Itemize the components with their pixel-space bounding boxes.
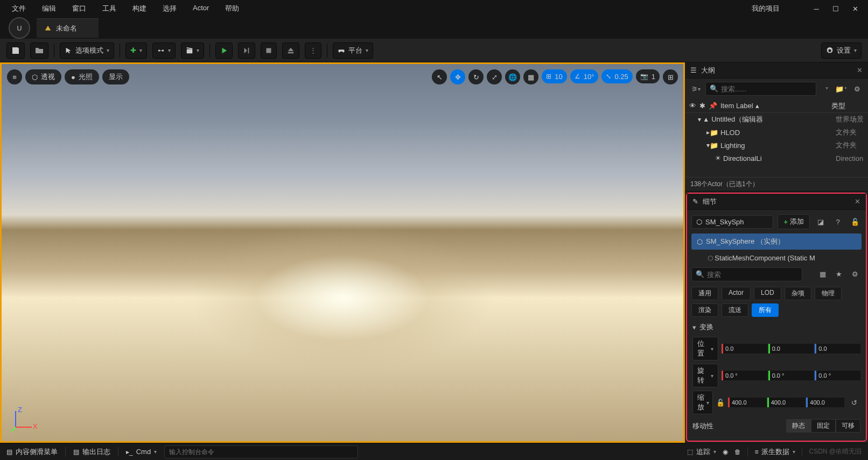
tree-row[interactable]: ▸ 📁 HLOD文件夹 xyxy=(685,126,868,139)
type-column[interactable]: 类型 xyxy=(831,101,864,111)
scale-snap[interactable]: ⤡ 0.25 xyxy=(601,69,632,83)
coordinate-space[interactable]: 🌐 xyxy=(505,69,520,84)
location-label[interactable]: 位置▾ xyxy=(692,337,718,360)
rotation-label[interactable]: 旋转▾ xyxy=(692,364,718,387)
pin-icon[interactable]: 📌 xyxy=(709,102,717,110)
platform-button[interactable]: 平台 ▾ xyxy=(333,43,373,59)
show-button[interactable]: 显示 xyxy=(102,69,129,84)
add-component-button[interactable]: +添加 xyxy=(778,214,810,229)
menu-Actor[interactable]: Actor xyxy=(185,1,216,17)
star-icon[interactable]: ✱ xyxy=(699,102,705,110)
add-folder-button[interactable]: 📁⁺ xyxy=(835,82,848,95)
content-drawer-button[interactable]: ▤ 内容侧滑菜单 xyxy=(6,447,58,457)
lock-scale-button[interactable]: 🔓 xyxy=(716,396,725,409)
add-content-button[interactable]: ✚▾ xyxy=(125,43,147,59)
translate-tool[interactable]: ✥ xyxy=(450,69,465,84)
scale-z[interactable]: 400.0 xyxy=(806,398,844,407)
filter-所有[interactable]: 所有 xyxy=(752,303,779,317)
angle-snap[interactable]: ∠ 10° xyxy=(570,69,599,83)
outliner-header[interactable]: ☰ 大纲 ✕ xyxy=(685,62,868,79)
rotation-z[interactable]: 0.0 ° xyxy=(815,371,860,380)
trash-button[interactable]: 🗑 xyxy=(734,448,741,456)
location-z[interactable]: 0.0 xyxy=(815,344,860,353)
mobility-静态[interactable]: 静态 xyxy=(786,419,811,433)
menu-帮助[interactable]: 帮助 xyxy=(218,1,247,17)
blueprint-button[interactable]: ▾ xyxy=(152,43,176,59)
filter-Actor[interactable]: Actor xyxy=(722,287,751,300)
cinematics-button[interactable]: ▾ xyxy=(181,43,204,59)
component-child[interactable]: ⬡ StaticMeshComponent (Static M xyxy=(691,252,862,264)
outliner-tree[interactable]: ▾ ▲ Untitled（编辑器世界场景▸ 📁 HLOD文件夹▾ 📁 Light… xyxy=(685,113,868,177)
filter-通用[interactable]: 通用 xyxy=(691,287,718,300)
mode-selector[interactable]: 选项模式 ▾ xyxy=(60,43,114,59)
console-input[interactable] xyxy=(164,445,358,458)
location-y[interactable]: 0.0 xyxy=(768,344,814,353)
derived-data-button[interactable]: ≡ 派生数据 ▾ xyxy=(754,447,795,457)
rotation-x[interactable]: 0.0 ° xyxy=(722,371,767,380)
maximize-button[interactable]: ☐ xyxy=(831,4,840,13)
details-settings-button[interactable]: ⚙ xyxy=(849,267,862,280)
help-button[interactable]: ? xyxy=(831,215,844,228)
viewport[interactable]: ≡ ⬡透视 ●光照 显示 ↖ ✥ ↻ ⤢ 🌐 ▦ ⊞ 10 ∠ 10° ⤡ 0.… xyxy=(0,62,685,443)
reset-scale-button[interactable]: ↺ xyxy=(848,396,860,409)
menu-编辑[interactable]: 编辑 xyxy=(34,1,64,17)
camera-speed[interactable]: 📷 1 xyxy=(636,69,660,83)
close-icon[interactable]: ✕ xyxy=(857,66,863,74)
save-button[interactable] xyxy=(6,43,25,59)
minimize-button[interactable]: ─ xyxy=(812,4,821,13)
component-instance[interactable]: ⬡ SM_SkySphere （实例） xyxy=(691,233,862,250)
rotation-y[interactable]: 0.0 ° xyxy=(768,371,814,380)
blueprint-edit-button[interactable]: ◪ xyxy=(814,215,827,228)
filter-渲染[interactable]: 渲染 xyxy=(691,303,718,317)
perspective-button[interactable]: ⬡透视 xyxy=(25,69,61,84)
play-button[interactable] xyxy=(215,43,233,59)
skip-button[interactable] xyxy=(238,43,255,59)
eye-icon[interactable]: 👁 xyxy=(689,102,696,110)
filter-button[interactable]: ⚞▾ xyxy=(689,82,702,95)
scale-y[interactable]: 400.0 xyxy=(767,398,806,407)
filter-杂项[interactable]: 杂项 xyxy=(785,287,811,300)
viewport-layout[interactable]: ⊞ xyxy=(663,69,678,84)
actor-name-field[interactable]: ⬡ SM_SkySph xyxy=(691,215,773,229)
browse-button[interactable] xyxy=(30,43,48,59)
favorite-button[interactable]: ★ xyxy=(832,267,845,280)
label-column[interactable]: Item Label ▴ xyxy=(720,102,828,110)
cmd-button[interactable]: ▸_ Cmd ▾ xyxy=(126,448,157,456)
outliner-settings-button[interactable]: ⚙ xyxy=(851,82,864,95)
scale-x[interactable]: 400.0 xyxy=(728,398,766,407)
scale-tool[interactable]: ⤢ xyxy=(487,69,502,84)
unreal-logo-icon[interactable]: U xyxy=(9,17,30,39)
eject-button[interactable] xyxy=(282,43,299,59)
transform-section[interactable]: ▾ 变换 xyxy=(687,319,866,335)
tree-row[interactable]: ▾ ▲ Untitled（编辑器世界场景 xyxy=(685,113,868,126)
mobility-可移[interactable]: 可移 xyxy=(836,419,860,433)
output-log-button[interactable]: ▤ 输出日志 xyxy=(73,447,110,457)
close-button[interactable]: ✕ xyxy=(851,4,859,13)
close-icon[interactable]: ✕ xyxy=(855,197,860,206)
menu-选择[interactable]: 选择 xyxy=(155,1,184,17)
location-x[interactable]: 0.0 xyxy=(722,344,767,353)
rotate-tool[interactable]: ↻ xyxy=(468,69,484,84)
lit-mode-button[interactable]: ●光照 xyxy=(65,69,99,84)
stats-button[interactable]: ◉ xyxy=(723,448,728,456)
mobility-固定[interactable]: 固定 xyxy=(811,419,836,433)
menu-窗口[interactable]: 窗口 xyxy=(65,1,94,17)
level-tab[interactable]: 未命名 xyxy=(37,18,99,38)
menu-构建[interactable]: 构建 xyxy=(125,1,154,17)
grid-snap[interactable]: ⊞ 10 xyxy=(542,69,566,83)
settings-button[interactable]: 设置 ▾ xyxy=(821,43,862,59)
details-header[interactable]: ✎ 细节 ✕ xyxy=(687,194,866,210)
filter-物理[interactable]: 物理 xyxy=(815,287,842,300)
play-options-button[interactable]: ⋮ xyxy=(305,43,321,59)
tree-row[interactable]: ▾ 📁 Lighting文件夹 xyxy=(685,139,868,152)
select-tool[interactable]: ↖ xyxy=(432,69,447,84)
menu-工具[interactable]: 工具 xyxy=(95,1,124,17)
grid-view-button[interactable]: ▦ xyxy=(816,267,829,280)
trace-button[interactable]: ⬚ 追踪 ▾ xyxy=(687,447,716,457)
surface-snap[interactable]: ▦ xyxy=(523,69,538,84)
filter-流送[interactable]: 流送 xyxy=(722,303,748,317)
viewport-menu-button[interactable]: ≡ xyxy=(7,69,22,84)
tree-row[interactable]: ☀ DirectionalLiDirection xyxy=(685,152,868,165)
scale-label[interactable]: 缩放▾ xyxy=(692,391,713,414)
lock-button[interactable]: 🔓 xyxy=(849,215,862,228)
